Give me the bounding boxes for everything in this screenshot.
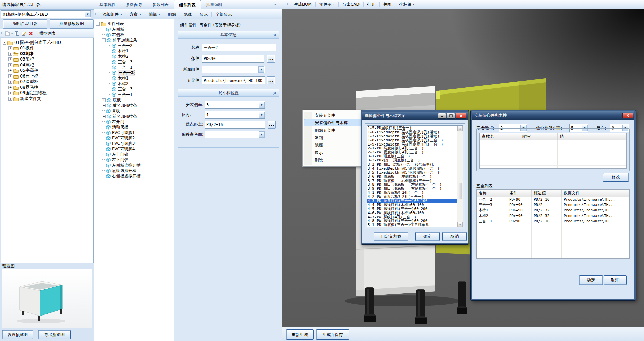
edit-icon[interactable] bbox=[21, 30, 27, 36]
tree-item[interactable]: +04高柜 bbox=[1, 62, 93, 68]
menu-item[interactable]: 全部显示 bbox=[212, 10, 236, 19]
tree-item[interactable]: 活动层板 bbox=[94, 124, 174, 130]
scheme-listbox[interactable]: 1-5-PD层板打孔(三合一)1-6-FixedDepth 层板固定深打孔(活动… bbox=[367, 125, 463, 227]
regenerate-button[interactable]: 重新生成 bbox=[286, 330, 313, 339]
scheme-item[interactable]: 3-4-FixedDepth 固定深顶底板(三合一) bbox=[367, 167, 457, 171]
tree-item[interactable]: 三合一3 bbox=[94, 59, 174, 65]
tree-item[interactable]: 三合一3 bbox=[94, 86, 174, 92]
tree-item[interactable]: +新建文件夹 bbox=[1, 96, 93, 102]
tree-item[interactable]: +06台上柜 bbox=[1, 73, 93, 79]
expander-plus[interactable]: + bbox=[8, 52, 12, 56]
tree-item[interactable]: +07造型柜 bbox=[1, 79, 93, 85]
close-icon[interactable] bbox=[622, 113, 633, 118]
tree-item[interactable]: 左侧板虚拟开槽 bbox=[94, 163, 174, 168]
condition-browse-button[interactable]: ... bbox=[267, 55, 275, 63]
size-position-section-header[interactable]: 尺寸和位置 bbox=[178, 89, 279, 97]
table-row[interactable]: 三合一2PD<90PD/2-16Products\Ironware\TH... bbox=[477, 197, 629, 202]
scrollbar-thumb[interactable] bbox=[458, 183, 462, 199]
tree-item[interactable]: +02地柜 bbox=[1, 51, 93, 57]
scheme-item[interactable]: 2-2-PW 宽度背板打4孔(三合一) bbox=[367, 150, 457, 154]
menu-item[interactable]: 方案▾ bbox=[126, 10, 145, 19]
table-row[interactable]: 三合一3PD>=90PD/2Products\Ironware\TH... bbox=[477, 202, 629, 208]
name-input[interactable]: 三合一2 bbox=[202, 44, 276, 51]
scheme-item[interactable]: 1-9-FixedWidth 层板固定宽打孔(三合一) bbox=[367, 142, 457, 147]
table-row[interactable] bbox=[480, 166, 626, 169]
model-list-label[interactable]: 模型列表 bbox=[39, 31, 56, 36]
scheme-item[interactable]: 4-2-PW 宽度背板打2孔(三合一) bbox=[367, 195, 457, 199]
table-row[interactable] bbox=[480, 160, 626, 166]
expander-plus[interactable]: + bbox=[8, 86, 12, 89]
tab-3[interactable]: 参数列表 bbox=[147, 0, 174, 9]
menu-item[interactable]: 零件图▾ bbox=[316, 0, 338, 9]
context-menu-item[interactable]: 隐藏 bbox=[304, 141, 361, 149]
tree-item[interactable]: +08罗马柱 bbox=[1, 85, 93, 90]
chevron-down-icon[interactable]: ▾ bbox=[11, 32, 13, 35]
tree-item[interactable]: 左侧板 bbox=[94, 27, 174, 32]
expander-plus[interactable]: + bbox=[8, 63, 12, 67]
scheme-item[interactable]: 4-6-PW 脚线打孔(木榫)60-100 bbox=[367, 211, 457, 215]
tree-item[interactable]: 左开门 bbox=[94, 119, 174, 124]
table-row[interactable] bbox=[480, 140, 626, 145]
tree-item[interactable]: 左下门铰 bbox=[94, 157, 174, 163]
menu-item[interactable]: 导出CAD bbox=[339, 0, 363, 9]
parent-component-select[interactable]: ▼ bbox=[202, 66, 265, 73]
delete-icon[interactable] bbox=[27, 30, 34, 36]
tree-item[interactable]: +底板 bbox=[94, 97, 174, 103]
scheme-item[interactable]: 3-3-PD-缺口 层板(三合一)6号面单孔 bbox=[367, 163, 457, 167]
tree-item[interactable]: 背板 bbox=[94, 108, 174, 114]
expander-plus[interactable]: + bbox=[102, 98, 106, 102]
maximize-button[interactable] bbox=[447, 113, 455, 119]
custom-scheme-button[interactable]: 自定义方案 bbox=[374, 232, 408, 241]
tree-item[interactable]: -01橱柜-侧包底工艺-18D bbox=[1, 40, 93, 46]
table-row[interactable] bbox=[480, 150, 626, 155]
scrollbar[interactable]: ▲ ▼ bbox=[457, 126, 463, 227]
scheme-item[interactable]: 3-7-PD 顶底板---右侧接板(三合一) bbox=[367, 179, 457, 183]
context-menu-item[interactable]: 删除五金件 bbox=[304, 126, 361, 134]
scheme-item[interactable]: 1-5-PD层板打孔(三合一) bbox=[367, 126, 457, 130]
table-row[interactable]: 木榫1PD>=90PD/2+32Products\Ironware\TH... bbox=[477, 208, 629, 213]
tree-item[interactable]: 三合一2 bbox=[94, 70, 174, 75]
tree-item[interactable]: 木榫2 bbox=[94, 54, 174, 59]
generate-save-button[interactable]: 生成并保存 bbox=[316, 330, 349, 339]
menu-item[interactable]: 关闭 bbox=[380, 0, 395, 9]
tree-item[interactable]: 三合一2 bbox=[94, 43, 174, 48]
expander-minus[interactable]: - bbox=[102, 38, 106, 42]
scheme-item[interactable]: 3-8-PD-缺口 顶底板---左侧接板(三合一) bbox=[367, 183, 457, 187]
context-menu-item[interactable]: 安装五金件 bbox=[304, 112, 361, 119]
tree-item[interactable]: +后竖加强拉条 bbox=[94, 103, 174, 108]
menu-item[interactable]: 删除 bbox=[164, 10, 180, 19]
menu-item[interactable]: 显示 bbox=[196, 10, 211, 19]
tree-item[interactable]: 三合一1 bbox=[94, 92, 174, 97]
edit-catalog-button[interactable]: 编辑产品目录 bbox=[3, 19, 47, 29]
endpoint-distance-browse-button[interactable]: ... bbox=[268, 121, 276, 129]
catalog-select[interactable]: 01橱柜-侧包底工艺-18D ▼ bbox=[1, 10, 91, 18]
scheme-item[interactable]: 4-7-PW 脚线打4孔(三合一) bbox=[367, 215, 457, 219]
scheme-item[interactable]: 4-4-PD 脚线打孔(木榫)60-100 bbox=[367, 203, 457, 207]
modify-button[interactable]: 修改 bbox=[603, 173, 629, 181]
tree-item[interactable]: +05半高柜 bbox=[1, 68, 93, 74]
scheme-item[interactable]: 5-1-PD 顶底板(三合一)任意打单孔 bbox=[367, 223, 457, 227]
tab-5[interactable]: 批量编辑 bbox=[201, 0, 227, 9]
menu-item[interactable]: 坐标轴▾ bbox=[395, 0, 418, 9]
tree-item[interactable]: 底板虚拟开槽 bbox=[94, 168, 174, 173]
endpoint-distance-input[interactable]: PD/2+16 bbox=[205, 121, 265, 129]
basic-info-section-header[interactable]: 基本信息 bbox=[178, 31, 279, 38]
table-row[interactable]: 木榫2PD>=90PD/2-32Products\Ironware\TH... bbox=[477, 213, 629, 219]
export-preview-button[interactable]: 导出预览图 bbox=[38, 330, 70, 339]
scheme-item[interactable]: 4-5-PD 脚线打孔(三合一)60-200 bbox=[367, 207, 457, 211]
tree-item[interactable]: PVC可调脚1 bbox=[94, 130, 174, 135]
tab-1[interactable]: 基本属性 bbox=[94, 0, 121, 9]
tree-item[interactable]: -前平加强拉条 bbox=[94, 37, 174, 43]
scheme-item[interactable]: 1-7-FixedWidth 层板固定宽打孔(活动) bbox=[367, 134, 457, 138]
table-row[interactable] bbox=[480, 145, 626, 150]
close-icon[interactable] bbox=[456, 113, 466, 119]
install-side-select[interactable]: 3 ▼ bbox=[205, 101, 265, 109]
tree-item[interactable]: +09固定置物板 bbox=[1, 90, 93, 96]
expander-plus[interactable]: + bbox=[102, 104, 106, 107]
scheme-item[interactable]: 3-2-PD-缺口 顶底板(三合一) bbox=[367, 158, 457, 163]
ok-button[interactable]: 确定 bbox=[416, 232, 439, 241]
tab-4[interactable]: 组件列表 bbox=[174, 0, 201, 9]
hardware-browse-button[interactable]: ... bbox=[267, 76, 275, 84]
offset-ref-select[interactable]: ▼ bbox=[205, 131, 265, 138]
tree-item[interactable]: PVC可调脚4 bbox=[94, 146, 174, 152]
